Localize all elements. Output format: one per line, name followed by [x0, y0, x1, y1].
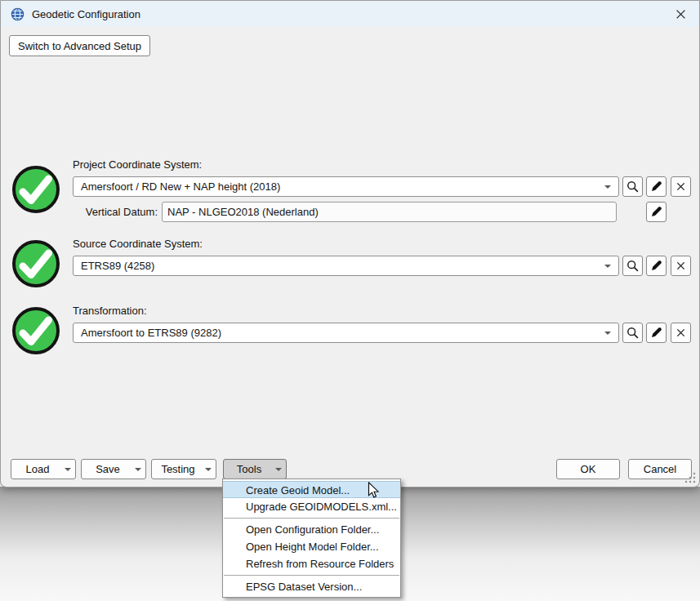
menu-item-open-height-model-folder[interactable]: Open Height Model Folder...: [223, 538, 400, 555]
globe-icon: [11, 7, 25, 21]
project-coordinate-system-combo[interactable]: Amersfoort / RD New + NAP height (2018): [73, 176, 619, 197]
resize-grip[interactable]: [684, 471, 697, 487]
project-coordinate-system-label: Project Coordinate System:: [73, 158, 202, 171]
source-coordinate-system-label: Source Coordinate System:: [73, 238, 203, 250]
clear-button-project[interactable]: [671, 176, 691, 197]
menu-separator: [224, 518, 399, 519]
source-coordinate-system-combo[interactable]: ETRS89 (4258): [73, 256, 619, 276]
save-button[interactable]: Save: [81, 459, 146, 479]
chevron-down-icon: [604, 332, 611, 335]
tools-menu: Create Geoid Model... Upgrade GEOIDMODEL…: [222, 479, 401, 598]
titlebar[interactable]: Geodetic Configuration: [1, 1, 699, 27]
menu-item-upgrade-geoidmodels-xml[interactable]: Upgrade GEOIDMODELS.xml...: [223, 498, 400, 515]
search-icon: [626, 327, 639, 339]
chevron-down-icon[interactable]: [271, 460, 286, 479]
edit-pen-icon: [650, 206, 662, 218]
edit-button-project[interactable]: [646, 176, 667, 197]
check-circle-icon-project: [11, 165, 60, 214]
menu-item-refresh-from-resource-folders[interactable]: Refresh from Resource Folders: [223, 555, 400, 572]
clear-x-icon: [676, 182, 685, 191]
clear-x-icon: [676, 328, 685, 337]
transformation-value: Amersfoort to ETRS89 (9282): [81, 327, 221, 339]
edit-pen-icon: [650, 327, 662, 339]
edit-pen-icon: [650, 260, 662, 272]
edit-button-source[interactable]: [646, 256, 667, 276]
chevron-down-icon[interactable]: [201, 460, 216, 479]
project-coordinate-system-value: Amersfoort / RD New + NAP height (2018): [81, 180, 280, 193]
cancel-button[interactable]: Cancel: [628, 459, 692, 479]
edit-button-transformation[interactable]: [646, 323, 667, 343]
tools-button[interactable]: Tools: [223, 459, 287, 479]
clear-x-icon: [676, 261, 685, 270]
menu-separator: [224, 575, 399, 576]
close-icon[interactable]: [671, 5, 689, 23]
transformation-label: Transformation:: [73, 305, 147, 317]
vertical-datum-label: Vertical Datum:: [70, 206, 158, 218]
vertical-datum-field[interactable]: NAP - NLGEO2018 (Nederland): [162, 202, 617, 222]
menu-item-create-geoid-model[interactable]: Create Geoid Model...: [223, 481, 400, 498]
search-button-transformation[interactable]: [622, 323, 643, 343]
transformation-combo[interactable]: Amersfoort to ETRS89 (9282): [73, 323, 619, 343]
check-circle-icon-source: [11, 239, 60, 288]
search-icon: [626, 260, 639, 272]
ok-button[interactable]: OK: [556, 459, 620, 479]
load-button-label: Load: [11, 460, 60, 479]
check-circle-icon-transformation: [11, 306, 60, 355]
testing-button-label: Testing: [152, 460, 201, 479]
clear-button-transformation[interactable]: [671, 323, 691, 343]
menu-item-open-configuration-folder[interactable]: Open Configuration Folder...: [223, 521, 400, 538]
chevron-down-icon: [604, 265, 611, 268]
menu-item-epsg-dataset-version[interactable]: EPSG Dataset Version...: [223, 578, 400, 595]
geodetic-configuration-dialog: Geodetic Configuration Switch to Advance…: [0, 0, 700, 487]
chevron-down-icon[interactable]: [60, 460, 75, 479]
chevron-down-icon: [604, 185, 611, 189]
vertical-datum-value: NAP - NLGEO2018 (Nederland): [167, 206, 319, 218]
edit-pen-icon: [650, 180, 662, 193]
load-button[interactable]: Load: [11, 459, 76, 479]
window-title: Geodetic Configuration: [32, 8, 140, 20]
clear-button-source[interactable]: [671, 256, 691, 276]
source-coordinate-system-value: ETRS89 (4258): [81, 260, 154, 272]
switch-to-advanced-setup-button[interactable]: Switch to Advanced Setup: [9, 35, 150, 56]
search-button-source[interactable]: [622, 256, 643, 276]
chevron-down-icon[interactable]: [131, 460, 145, 479]
edit-button-vertical-datum[interactable]: [646, 202, 667, 222]
tools-button-label: Tools: [224, 460, 271, 479]
search-icon: [626, 180, 639, 193]
search-button-project[interactable]: [622, 176, 643, 197]
save-button-label: Save: [82, 460, 131, 479]
testing-button[interactable]: Testing: [151, 459, 216, 479]
